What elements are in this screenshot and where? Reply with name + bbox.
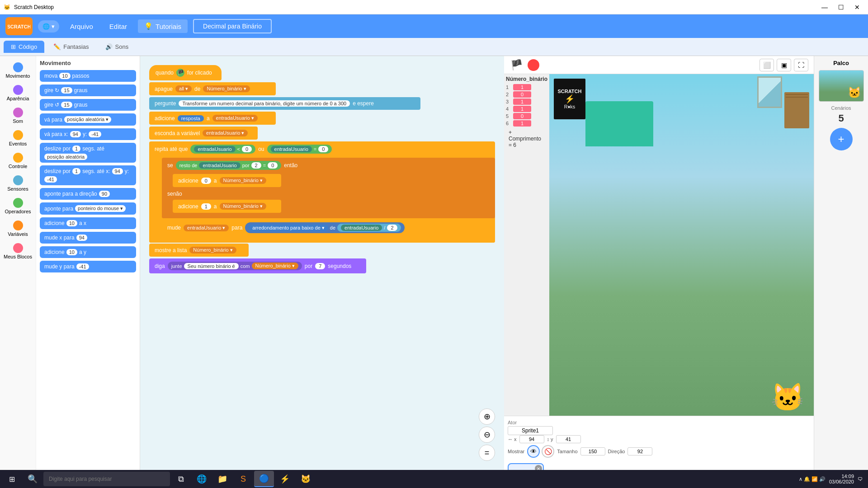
block-mude-entrada[interactable]: mude entradaUsuario ▾ para arredondament… (162, 219, 410, 236)
ou-label: ou (258, 146, 264, 152)
block-pergunte[interactable]: pergunte Transforme um numero decimal pa… (149, 97, 495, 111)
add-backdrop-button[interactable]: + (830, 128, 853, 150)
hat-block[interactable]: quando 🏴 for clicado (149, 65, 495, 81)
entrada-dd[interactable]: entradaUsuario ▾ (212, 115, 258, 122)
block-adicione-1[interactable]: adicione 1 a Número_binário ▾ (173, 200, 281, 213)
stage-small-view[interactable]: ⬜ (760, 59, 774, 71)
cond-right-val2[interactable]: 0 (318, 146, 328, 152)
stop-button[interactable] (528, 59, 539, 71)
block-va-para-xy[interactable]: vá para x: 94 y: -41 (40, 128, 136, 140)
div-val1[interactable]: entradaUsuario (341, 225, 382, 231)
pergunte-inp[interactable]: Transforme um numero decimal para binári… (179, 100, 350, 107)
sprite-y-input[interactable] (556, 435, 581, 443)
block-adicione-0[interactable]: adicione 0 a Número_binário ▾ (173, 174, 281, 187)
sublime-button[interactable]: S (233, 471, 253, 487)
maximize-button[interactable]: ☐ (834, 3, 848, 12)
palco-stage-thumb[interactable]: 🐱 (819, 70, 864, 102)
sprite-name-input[interactable] (508, 426, 553, 435)
if-cond-val2[interactable]: 2 (251, 162, 261, 169)
block-adicione-x[interactable]: adicione 10 a x (40, 217, 136, 229)
block-gire-cw[interactable]: gire ↻ 15 graus (40, 84, 136, 96)
if-cond-val3[interactable]: 0 (268, 162, 278, 169)
adicione1-dd[interactable]: Número_binário ▾ (220, 203, 266, 210)
cond-left-val2[interactable]: 0 (242, 146, 252, 152)
esconda-dd[interactable]: entradaUsuario ▾ (203, 130, 248, 136)
div-val2[interactable]: 2 (387, 225, 397, 231)
adicione1-val[interactable]: 1 (201, 203, 211, 210)
mude-dd1[interactable]: entradaUsuario ▾ (184, 225, 229, 231)
editar-menu[interactable]: Editar (104, 20, 132, 33)
start-button[interactable]: ⊞ (2, 471, 22, 487)
diga-val[interactable]: 7 (315, 263, 325, 269)
search-button[interactable]: 🔍 (23, 471, 42, 487)
category-variaveis[interactable]: Variáveis (2, 218, 34, 239)
show-visible-button[interactable]: 👁 (527, 445, 540, 458)
tab-sons[interactable]: 🔊 Sons (98, 41, 136, 53)
block-esconda[interactable]: esconda a variável entradaUsuario ▾ (149, 127, 495, 141)
tab-codigo[interactable]: ⊞ Código (4, 41, 44, 53)
resposta-dd[interactable]: resposta (178, 115, 204, 122)
block-va-para[interactable]: vá para posição aleatória ▾ (40, 113, 136, 126)
globe-button[interactable]: 🌐 ▾ (38, 20, 59, 33)
cond-right-val1[interactable]: entradaUsuario (271, 146, 312, 152)
tab-fantasias[interactable]: ✏️ Fantasias (46, 41, 96, 53)
taskbar-search-input[interactable] (43, 472, 170, 486)
block-deslize1[interactable]: deslize por 1 segs. até posição aleatóri… (40, 143, 136, 163)
stage-medium-view[interactable]: ▣ (777, 59, 791, 71)
arred-dd[interactable]: arredondamento para baixo de ▾ (249, 225, 328, 231)
green-flag-button[interactable]: 🏴 (509, 58, 523, 72)
edge-button[interactable]: 🌐 (192, 471, 212, 487)
category-eventos[interactable]: Eventos (2, 127, 34, 149)
variaveis-label: Variáveis (8, 231, 28, 237)
code-canvas[interactable]: quando 🏴 for clicado apague all ▾ de Núm… (140, 56, 504, 488)
taskview-button[interactable]: ⧉ (171, 471, 191, 487)
scratch-taskbar-button[interactable]: 🐱 (296, 471, 316, 487)
block-aponte-dir[interactable]: aponte para a direção 90 (40, 188, 136, 200)
apague-dd1[interactable]: all ▾ (175, 85, 192, 92)
block-deslize2[interactable]: deslize por 1 segs. até x: 94 y: -41 (40, 165, 136, 185)
block-apague[interactable]: apague all ▾ de Número_binário ▾ (149, 82, 495, 96)
block-diga[interactable]: diga junte Seu número binário é com Núme… (149, 258, 495, 274)
sprite-x-input[interactable] (519, 435, 544, 443)
stage-fullscreen-view[interactable]: ⛶ (794, 59, 808, 71)
zoom-reset-button[interactable]: = (479, 445, 495, 461)
explorer-button[interactable]: 📁 (212, 471, 232, 487)
chrome-button[interactable]: 🔵 (254, 471, 274, 487)
junte-inp1[interactable]: Seu número binário é (184, 263, 239, 269)
close-button[interactable]: ✕ (850, 3, 864, 12)
category-movimento[interactable]: Movimento (2, 60, 34, 81)
category-som[interactable]: Som (2, 105, 34, 127)
block-mude-x[interactable]: mude x para 94 (40, 232, 136, 244)
cond-left-val1[interactable]: entradaUsuario (194, 146, 235, 152)
category-operadores[interactable]: Operadores (2, 195, 34, 217)
zoom-in-button[interactable]: ⊕ (479, 408, 495, 425)
show-hidden-button[interactable]: 🚫 (542, 445, 554, 458)
category-controle[interactable]: Controle (2, 150, 34, 172)
block-gire-ccw[interactable]: gire ↺ 15 graus (40, 99, 136, 111)
block-mova[interactable]: mova 10 passos (40, 70, 136, 82)
tutoriais-button[interactable]: 💡 Tutoriais (138, 19, 188, 33)
category-aparencia[interactable]: Aparência (2, 82, 34, 104)
adicione0-dd[interactable]: Número_binário ▾ (220, 177, 266, 184)
repeat-until-block[interactable]: repita até que entradaUsuario < 0 ou ent… (149, 141, 495, 243)
block-mude-y[interactable]: mude y para -41 (40, 261, 136, 272)
if-cond-val1[interactable]: entradaUsuario (199, 162, 240, 169)
sprite-size-input[interactable] (580, 447, 605, 455)
block-mostre[interactable]: mostre a lista Número_binário ▾ (149, 244, 495, 258)
junte-dd[interactable]: Número_binário ▾ (252, 263, 298, 269)
if-block[interactable]: se resto de entradaUsuario por 2 = 0 (162, 158, 495, 218)
block-adicione-resposta[interactable]: adicione resposta a entradaUsuario ▾ (149, 112, 495, 126)
project-title-box[interactable]: Decimal para Binário (193, 19, 272, 33)
category-sensores[interactable]: Sensores (2, 173, 34, 194)
block-aponte-para[interactable]: aponte para ponteiro do mouse ▾ (40, 202, 136, 215)
mostre-dd[interactable]: Número_binário ▾ (189, 247, 236, 253)
zoom-out-button[interactable]: ⊖ (479, 427, 495, 443)
sprite-dir-input[interactable] (627, 447, 652, 455)
arquivo-menu[interactable]: Arquivo (65, 20, 99, 33)
minimize-button[interactable]: — (817, 3, 832, 12)
block-adicione-y[interactable]: adicione 10 a y (40, 246, 136, 258)
category-meus-blocos[interactable]: Meus Blocos (2, 240, 34, 262)
apague-dd2[interactable]: Número_binário ▾ (203, 85, 250, 92)
vscode-button[interactable]: ⚡ (275, 471, 295, 487)
adicione0-val[interactable]: 0 (201, 178, 211, 184)
